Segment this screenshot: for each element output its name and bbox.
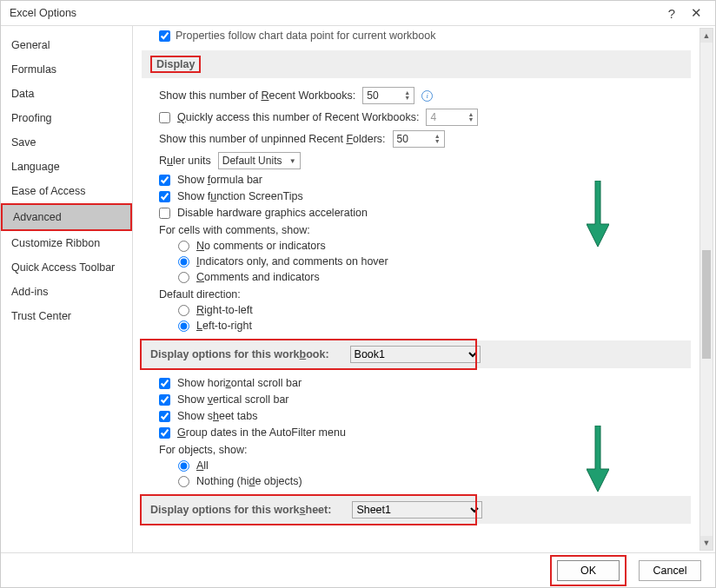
quick-access-recent-checkbox[interactable]: Quickly access this number of Recent Wor… (159, 109, 691, 126)
recent-folders-row: Show this number of unpinned Recent Fold… (159, 130, 691, 148)
section-title: Display options for this workbook: (150, 348, 329, 360)
help-button[interactable]: ? (660, 1, 684, 25)
sidebar-item-advanced[interactable]: Advanced (1, 203, 132, 231)
show-function-screentips-checkbox[interactable]: Show function ScreenTips (159, 190, 691, 202)
checkbox-icon[interactable] (159, 378, 170, 389)
checkbox-icon[interactable] (159, 411, 170, 422)
close-button[interactable]: ✕ (684, 1, 708, 25)
ruler-units-dropdown[interactable]: Default Units ▼ (218, 152, 301, 169)
worksheet-combo[interactable]: Sheet1 (352, 501, 482, 519)
comments-header-label: For cells with comments, show: (159, 224, 691, 236)
window-title: Excel Options (10, 7, 660, 19)
sidebar-item-quick-access-toolbar[interactable]: Quick Access Toolbar (1, 255, 132, 280)
title-bar: Excel Options ? ✕ (1, 1, 715, 26)
scroll-thumb[interactable] (702, 250, 711, 359)
direction-radio-group: Right-to-left Left-to-right (178, 304, 691, 332)
workbook-combo[interactable]: Book1 (350, 346, 481, 363)
disable-hw-graphics-checkbox[interactable]: Disable hardware graphics acceleration (159, 207, 691, 219)
radio-left-to-right[interactable]: Left-to-right (178, 320, 691, 332)
show-vertical-scrollbar-checkbox[interactable]: Show vertical scroll bar (159, 393, 691, 406)
sidebar-item-general[interactable]: General (1, 33, 132, 57)
radio-right-to-left[interactable]: Right-to-left (178, 304, 691, 316)
quick-access-count-spinner: 4 ▲▼ (426, 109, 478, 126)
sidebar-item-save[interactable]: Save (1, 130, 132, 155)
objects-radio-group: All Nothing (hide objects) (178, 459, 691, 487)
radio-indicators-only[interactable]: Indicators only, and comments on hover (178, 255, 691, 268)
section-header-workbook: Display options for this workbook: Book1 (142, 340, 691, 368)
annotation-arrow-down-icon (587, 181, 609, 247)
info-icon[interactable]: i (421, 90, 433, 102)
radio-no-comments[interactable]: No comments or indicators (178, 240, 691, 252)
show-sheet-tabs-checkbox[interactable]: Show sheet tabs (159, 410, 691, 422)
checkbox-icon[interactable] (159, 394, 170, 406)
properties-follow-chart-checkbox[interactable]: Properties follow chart data point for c… (159, 30, 691, 42)
direction-header-label: Default direction: (159, 288, 691, 301)
recent-workbooks-row: Show this number of Recent Workbooks: 50… (159, 87, 691, 104)
recent-folders-spinner[interactable]: 50 ▲▼ (393, 130, 445, 148)
sidebar-item-customize-ribbon[interactable]: Customize Ribbon (1, 231, 132, 255)
cancel-button[interactable]: Cancel (639, 560, 701, 581)
sidebar-item-proofing[interactable]: Proofing (1, 106, 132, 130)
spinner-arrows-icon: ▲▼ (467, 112, 474, 122)
annotation-arrow-down-icon (587, 426, 609, 492)
ruler-units-row: Ruler units Default Units ▼ (159, 152, 691, 169)
checkbox-label: Properties follow chart data point for c… (176, 30, 435, 42)
section-header-display: Display (142, 50, 691, 78)
section-header-worksheet: Display options for this worksheet: Shee… (142, 496, 691, 524)
content-pane: Properties follow chart data point for c… (133, 26, 715, 552)
group-dates-autofilter-checkbox[interactable]: Group dates in the AutoFilter menu (159, 426, 691, 439)
sidebar-item-data[interactable]: Data (1, 82, 132, 106)
sidebar-item-formulas[interactable]: Formulas (1, 57, 132, 82)
caret-down-icon: ▼ (289, 157, 296, 165)
section-title: Display (150, 56, 201, 73)
checkbox-icon[interactable] (159, 30, 170, 42)
sidebar-item-ease-of-access[interactable]: Ease of Access (1, 179, 132, 203)
recent-workbooks-spinner[interactable]: 50 ▲▼ (362, 87, 414, 104)
scroll-track[interactable] (700, 43, 713, 536)
checkbox-icon[interactable] (159, 427, 170, 439)
spinner-arrows-icon: ▲▼ (434, 134, 441, 144)
sidebar-item-language[interactable]: Language (1, 155, 132, 179)
dialog-footer: OK Cancel (1, 552, 715, 587)
scroll-up-icon[interactable]: ▲ (700, 29, 713, 43)
vertical-scrollbar[interactable]: ▲ ▼ (699, 28, 713, 551)
scroll-down-icon[interactable]: ▼ (700, 536, 713, 550)
sidebar-item-trust-center[interactable]: Trust Center (1, 304, 132, 328)
comments-radio-group: No comments or indicators Indicators onl… (178, 240, 691, 283)
sidebar: General Formulas Data Proofing Save Lang… (1, 26, 133, 552)
show-horizontal-scrollbar-checkbox[interactable]: Show horizontal scroll bar (159, 377, 691, 389)
show-formula-bar-checkbox[interactable]: Show formula bar (159, 174, 691, 186)
checkbox-icon[interactable] (159, 112, 170, 123)
spinner-arrows-icon: ▲▼ (404, 90, 410, 101)
annotation-red-box: OK (550, 555, 626, 586)
radio-comments-and-indicators[interactable]: Comments and indicators (178, 271, 691, 283)
sidebar-item-add-ins[interactable]: Add-ins (1, 280, 132, 304)
objects-header-label: For objects, show: (159, 444, 691, 456)
checkbox-icon[interactable] (159, 191, 170, 202)
checkbox-icon[interactable] (159, 208, 170, 219)
checkbox-icon[interactable] (159, 175, 170, 186)
radio-objects-hide[interactable]: Nothing (hide objects) (178, 475, 691, 487)
section-title: Display options for this worksheet: (150, 504, 331, 516)
radio-objects-all[interactable]: All (178, 459, 691, 472)
ok-button[interactable]: OK (557, 560, 620, 581)
